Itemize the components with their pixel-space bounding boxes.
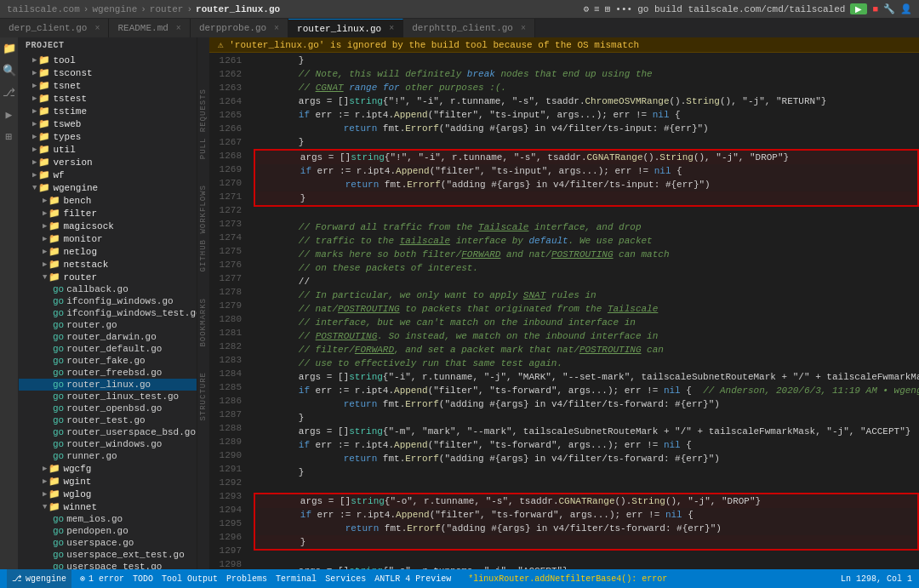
- tree-item-tsweb[interactable]: ▶ 📁 tsweb: [19, 117, 197, 130]
- tree-item-ifconfig-win-test[interactable]: go ifconfig_windows_test.go: [19, 307, 197, 319]
- tree-item-tsconst[interactable]: ▶ 📁 tsconst: [19, 66, 197, 79]
- antlr-section[interactable]: ANTLR 4 Preview: [374, 574, 451, 584]
- split-icon[interactable]: ≡: [594, 4, 600, 14]
- tree-item-tool[interactable]: ▶ 📁 tool: [19, 54, 197, 66]
- tree-item-magicsock[interactable]: ▶ 📁 magicsock: [19, 220, 197, 232]
- tree-item-bench[interactable]: ▶ 📁 bench: [19, 194, 197, 207]
- close-icon[interactable]: ×: [176, 24, 181, 33]
- project-label: Project: [26, 41, 65, 50]
- extensions-icon[interactable]: ⊞: [2, 129, 17, 145]
- tree-item-label: wf: [53, 170, 64, 180]
- tree-item-userspace-ext[interactable]: go userspace_ext_test.go: [19, 549, 197, 561]
- code-line: // POSTROUTING. So instead, we match on …: [254, 329, 919, 343]
- close-icon[interactable]: ×: [94, 24, 100, 33]
- tree-item-mem-ios[interactable]: go mem_ios.go: [19, 513, 197, 525]
- file-tree: Project ▶ 📁 tool ▶ 📁 tsconst ▶ 📁 tsnet ▶…: [19, 37, 197, 569]
- tree-item-version[interactable]: ▶ 📁 version: [19, 156, 197, 168]
- git-indicator[interactable]: ⎇ wgengine: [7, 569, 71, 588]
- tree-item-label: tstest: [53, 94, 87, 104]
- error-section[interactable]: ⊗ 1 error: [80, 574, 124, 584]
- tree-item-userspace-test[interactable]: go userspace_test.go: [19, 561, 197, 569]
- search-icon[interactable]: 🔍: [2, 63, 17, 78]
- tree-item-label: router_test.go: [66, 415, 145, 425]
- tree-item-router-go[interactable]: go router.go: [19, 319, 197, 331]
- tree-item-router-test[interactable]: go router_test.go: [19, 414, 197, 426]
- tree-item-router[interactable]: ▼ 📁 router: [19, 271, 197, 283]
- tree-item-label: magicsock: [63, 221, 113, 231]
- tree-item-userspace[interactable]: go userspace.go: [19, 537, 197, 549]
- tree-item-router-linux[interactable]: go router_linux.go: [19, 379, 197, 391]
- todo-section[interactable]: TODO: [133, 574, 153, 584]
- tree-item-callback[interactable]: go callback.go: [19, 283, 197, 295]
- tree-item-netlog[interactable]: ▶ 📁 netlog: [19, 245, 197, 258]
- github-workflows-label[interactable]: GitHub Workflows: [199, 185, 208, 271]
- settings-icon[interactable]: ⚙: [583, 3, 589, 14]
- profile-icon[interactable]: 👤: [900, 3, 912, 14]
- breadcrumb-tailscale[interactable]: tailscale.com: [7, 4, 80, 14]
- tree-item-router-windows[interactable]: go router_windows.go: [19, 438, 197, 450]
- line-number: 1292: [213, 476, 242, 489]
- tree-item-runner[interactable]: go runner.go: [19, 450, 197, 462]
- tree-item-wgengine[interactable]: ▼ 📁 wgengine: [19, 181, 197, 194]
- breadcrumb: tailscale.com › wgengine › router › rout…: [7, 4, 280, 14]
- debug-icon[interactable]: 🔧: [883, 3, 895, 14]
- tree-item-router-ubsd[interactable]: go router_userspace_bsd.go: [19, 426, 197, 438]
- code-line: }: [254, 135, 919, 149]
- tree-item-types[interactable]: ▶ 📁 types: [19, 130, 197, 143]
- services-section[interactable]: Services: [325, 574, 366, 584]
- tree-item-wgcfg[interactable]: ▶ 📁 wgcfg: [19, 462, 197, 475]
- breadcrumb-router[interactable]: router: [150, 4, 184, 14]
- tool-output-section[interactable]: Tool Output: [162, 574, 218, 584]
- breadcrumb-file[interactable]: router_linux.go: [196, 4, 280, 14]
- tab-router-linux[interactable]: router_linux.go ×: [288, 19, 403, 37]
- git-icon[interactable]: ⎇: [2, 85, 17, 100]
- terminal-section[interactable]: Terminal: [276, 574, 317, 584]
- tab-derphttp[interactable]: derphttp_client.go ×: [403, 19, 535, 37]
- tree-item-tstest[interactable]: ▶ 📁 tstest: [19, 92, 197, 105]
- tree-item-router-openbsd[interactable]: go router_openbsd.go: [19, 402, 197, 414]
- tree-item-router-default[interactable]: go router_default.go: [19, 343, 197, 355]
- code-line: args = []string{"!", "-i", r.tunname, "-…: [254, 94, 919, 108]
- code-line: if err := r.ipt4.Append("filter", "ts-fo…: [254, 438, 919, 452]
- tab-derpprobe[interactable]: derpprobe.go ×: [191, 19, 288, 37]
- more-icon[interactable]: •••: [615, 4, 632, 14]
- code-line: // use to effectively run that same test…: [254, 357, 919, 370]
- tree-item-wf[interactable]: ▶ 📁 wf: [19, 168, 197, 181]
- tree-item-router-freebsd[interactable]: go router_freebsd.go: [19, 367, 197, 379]
- tree-item-util[interactable]: ▶ 📁 util: [19, 143, 197, 156]
- stop-icon[interactable]: ■: [872, 4, 878, 14]
- tree-item-netstack[interactable]: ▶ 📁 netstack: [19, 258, 197, 271]
- code-line: // CGNAT range for other purposes :(.: [254, 81, 919, 94]
- line-number: 1295: [213, 517, 242, 530]
- tree-item-filter[interactable]: ▶ 📁 filter: [19, 207, 197, 220]
- tree-item-wgint[interactable]: ▶ 📁 wgint: [19, 475, 197, 488]
- close-icon[interactable]: ×: [274, 24, 279, 33]
- tree-item-router-darwin[interactable]: go router_darwin.go: [19, 331, 197, 343]
- code-content[interactable]: } // Note, this will definitely break no…: [248, 53, 919, 569]
- tree-item-wglog[interactable]: ▶ 📁 wglog: [19, 488, 197, 500]
- tree-item-tsnet[interactable]: ▶ 📁 tsnet: [19, 79, 197, 92]
- close-icon[interactable]: ×: [521, 24, 526, 33]
- tree-item-pendopen[interactable]: go pendopen.go: [19, 525, 197, 537]
- breadcrumb-wgengine[interactable]: wgengine: [92, 4, 137, 14]
- tree-item-winnet[interactable]: ▼ 📁 winnet: [19, 500, 197, 513]
- tree-item-router-fake[interactable]: go router_fake.go: [19, 355, 197, 367]
- main-layout: 📁 🔍 ⎇ ▶ ⊞ Project ▶ 📁 tool ▶ 📁 tsconst ▶…: [0, 37, 919, 569]
- close-icon[interactable]: ×: [389, 24, 394, 33]
- explorer-icon[interactable]: 📁: [2, 41, 17, 56]
- run-button[interactable]: ▶: [850, 3, 867, 14]
- code-line: if err := r.ipt4.Append("filter", "ts-fo…: [254, 384, 919, 397]
- layout-icon[interactable]: ⊞: [605, 3, 611, 14]
- tree-item-label: version: [53, 157, 92, 168]
- tab-derp-client[interactable]: derp_client.go ×: [0, 19, 109, 37]
- debug-sidebar-icon[interactable]: ▶: [2, 107, 17, 123]
- pull-requests-label[interactable]: Pull Requests: [199, 88, 208, 159]
- tree-item-monitor[interactable]: ▶ 📁 monitor: [19, 232, 197, 245]
- tree-item-router-linux-test[interactable]: go router_linux_test.go: [19, 391, 197, 402]
- tree-item-tstime[interactable]: ▶ 📁 tstime: [19, 105, 197, 117]
- structure-label[interactable]: Structure: [199, 372, 208, 421]
- bookmarks-label[interactable]: Bookmarks: [199, 298, 208, 347]
- tab-readme[interactable]: README.md ×: [109, 19, 190, 37]
- tree-item-ifconfig-win[interactable]: go ifconfig_windows.go: [19, 295, 197, 307]
- problems-section[interactable]: Problems: [226, 574, 267, 584]
